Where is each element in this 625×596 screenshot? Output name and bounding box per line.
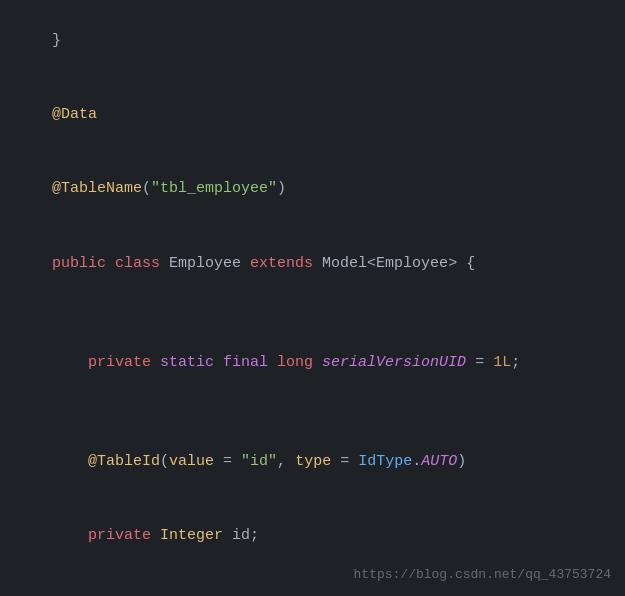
line-close: } [16, 4, 609, 78]
line-tableid: @TableId(value = "id", type = IdType.AUT… [16, 425, 609, 499]
url-label: https://blog.csdn.net/qq_43753724 [354, 565, 611, 586]
line-data: @Data [16, 78, 609, 152]
line-class: public class Employee extends Model<Empl… [16, 227, 609, 301]
line-blank1 [16, 301, 609, 326]
line-serial: private static final long serialVersionU… [16, 326, 609, 400]
line-tablename: @TableName("tbl_employee") [16, 153, 609, 227]
line-blank2 [16, 400, 609, 425]
code-block: } @Data @TableName("tbl_employee") publi… [0, 0, 625, 596]
line-id: private Integer id; [16, 499, 609, 573]
